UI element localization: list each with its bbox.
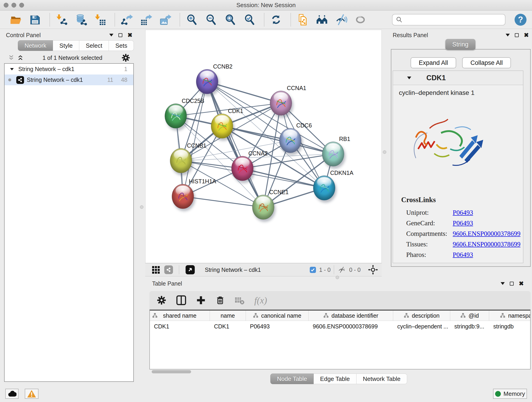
selected-checkbox-icon[interactable]: [310, 267, 316, 273]
table-row[interactable]: CDK1CDK1P064939606.ENSP00000378699cyclin…: [150, 321, 530, 332]
zoom-out-icon[interactable]: [204, 13, 218, 26]
network-node-CDC25B[interactable]: [165, 104, 187, 128]
clone-network-icon[interactable]: [296, 13, 309, 26]
network-node-CDK1[interactable]: [211, 114, 233, 138]
network-node-CCNA2[interactable]: [231, 156, 253, 181]
tab-network-table[interactable]: Network Table: [356, 374, 407, 384]
collapse-all-icon[interactable]: [8, 55, 14, 61]
crosslink-link[interactable]: 9606.ENSP00000378699: [453, 240, 520, 248]
table-cell[interactable]: 9606.ENSP00000378699: [309, 321, 393, 332]
table-cell[interactable]: P06493: [246, 321, 309, 332]
right-splitter-handle[interactable]: [383, 150, 386, 154]
column-header-@id[interactable]: @id: [450, 311, 489, 321]
memory-button[interactable]: Memory: [493, 389, 527, 399]
network-node-CCNB1[interactable]: [170, 148, 192, 173]
zoom-in-icon[interactable]: [185, 13, 198, 26]
panel-menu-icon[interactable]: [500, 282, 505, 285]
tab-sets[interactable]: Sets: [109, 40, 134, 51]
export-table-icon[interactable]: [139, 13, 152, 26]
warnings-button[interactable]: [25, 389, 38, 399]
panel-float-icon[interactable]: [510, 282, 514, 286]
panel-menu-icon[interactable]: [506, 34, 510, 36]
gene-card-header[interactable]: CDK1: [393, 71, 523, 85]
show-columns-icon[interactable]: [176, 295, 186, 306]
tab-style[interactable]: Style: [53, 40, 79, 51]
eye-icon[interactable]: [354, 13, 367, 26]
expand-all-button[interactable]: Expand All: [411, 57, 456, 68]
table-cell[interactable]: cyclin–dependent ...: [393, 321, 450, 332]
tab-select[interactable]: Select: [79, 40, 109, 51]
export-image-icon[interactable]: [158, 13, 172, 26]
tab-node-table[interactable]: Node Table: [270, 374, 314, 384]
cloud-status-button[interactable]: [5, 389, 19, 399]
zoom-fit-icon[interactable]: [224, 13, 237, 26]
export-network-icon[interactable]: [120, 13, 133, 26]
tab-edge-table[interactable]: Edge Table: [314, 374, 356, 384]
birds-eye-view-icon[interactable]: [186, 265, 195, 274]
crosslink-link[interactable]: 9606.ENSP00000378699: [453, 230, 520, 237]
tab-string[interactable]: String: [445, 39, 475, 50]
network-node-CCNE1[interactable]: [252, 195, 274, 220]
save-session-icon[interactable]: [28, 13, 42, 26]
crosslink-link[interactable]: P06493: [453, 251, 473, 259]
column-header-description[interactable]: description: [393, 311, 450, 321]
network-node-CDKN1A[interactable]: [313, 176, 335, 200]
search-input[interactable]: [403, 16, 505, 23]
scrollbar-thumb[interactable]: [152, 370, 191, 373]
table-cell[interactable]: stringdb: [489, 321, 531, 332]
home-icon[interactable]: [315, 13, 329, 26]
table-cell[interactable]: stringdb:9...: [450, 321, 489, 332]
collapse-all-button[interactable]: Collapse All: [462, 57, 511, 68]
expand-all-icon[interactable]: [17, 55, 23, 61]
crosslink-link[interactable]: P06493: [453, 209, 473, 216]
hide-panel-eye-icon[interactable]: [335, 13, 348, 26]
network-overview-icon[interactable]: [164, 265, 173, 274]
import-table-file-icon[interactable]: [94, 13, 107, 26]
refresh-icon[interactable]: [269, 13, 283, 26]
import-network-database-icon[interactable]: [74, 13, 88, 26]
string-results-box: Expand All Collapse All CDK1 cyclin–depe…: [391, 49, 531, 267]
panel-float-icon[interactable]: [119, 33, 122, 37]
left-splitter-handle[interactable]: [140, 205, 143, 209]
grid-view-icon[interactable]: [152, 266, 160, 274]
panel-float-icon[interactable]: [515, 33, 519, 37]
open-session-icon[interactable]: [9, 13, 22, 26]
network-node-RB1[interactable]: [322, 142, 344, 166]
bottom-splitter-handle[interactable]: [336, 276, 339, 279]
horizontal-scrollbar[interactable]: [149, 370, 531, 374]
import-network-file-icon[interactable]: [55, 13, 68, 26]
network-canvas[interactable]: CCNB2 CCNA1 CDC25B CDK1 CDC6 RB1 CCNB1 C…: [145, 30, 382, 263]
fit-content-crosshair-icon[interactable]: [368, 265, 378, 275]
search-field[interactable]: [392, 14, 505, 26]
table-cell[interactable]: CDK1: [210, 321, 246, 332]
tree-expand-icon[interactable]: [10, 68, 14, 70]
network-node-CCNA1[interactable]: [270, 91, 292, 115]
column-header-name[interactable]: name: [210, 311, 246, 321]
panel-menu-icon[interactable]: [109, 34, 114, 36]
delete-column-trash-icon[interactable]: [215, 295, 225, 305]
column-header-canonical-name[interactable]: canonical name: [246, 311, 309, 321]
crosslink-link[interactable]: P06493: [453, 219, 473, 227]
network-node-HIST1H1A[interactable]: [172, 184, 194, 209]
add-column-plus-icon[interactable]: [196, 295, 206, 305]
column-header-namespace[interactable]: namespace: [489, 311, 531, 321]
network-node-CDC6[interactable]: [279, 128, 301, 153]
table-options-gear-icon[interactable]: [157, 295, 166, 305]
network-node-CCNB2[interactable]: [196, 69, 218, 94]
column-header-shared-name[interactable]: shared name: [150, 311, 210, 321]
zoom-selected-icon[interactable]: [243, 13, 256, 26]
panel-close-icon[interactable]: ✖: [524, 32, 529, 38]
tab-network[interactable]: Network: [18, 40, 53, 51]
collapse-section-icon[interactable]: [407, 77, 411, 79]
crosslinks-section: CrossLinks Uniprot:P06493GeneCard:P06493…: [401, 196, 520, 260]
help-icon[interactable]: ?: [515, 14, 526, 26]
delete-table-icon[interactable]: [234, 295, 245, 305]
function-builder-icon[interactable]: f(x): [254, 295, 267, 306]
network-collection-row[interactable]: String Network – cdk1 1: [5, 64, 133, 75]
panel-close-icon[interactable]: ✖: [519, 281, 524, 287]
table-cell[interactable]: CDK1: [150, 321, 210, 332]
column-header-database-identifier[interactable]: database identifier: [309, 311, 393, 321]
gear-icon[interactable]: [121, 53, 130, 62]
panel-close-icon[interactable]: ✖: [127, 32, 133, 38]
network-row-selected[interactable]: String Network – cdk1 11 48: [5, 75, 133, 85]
